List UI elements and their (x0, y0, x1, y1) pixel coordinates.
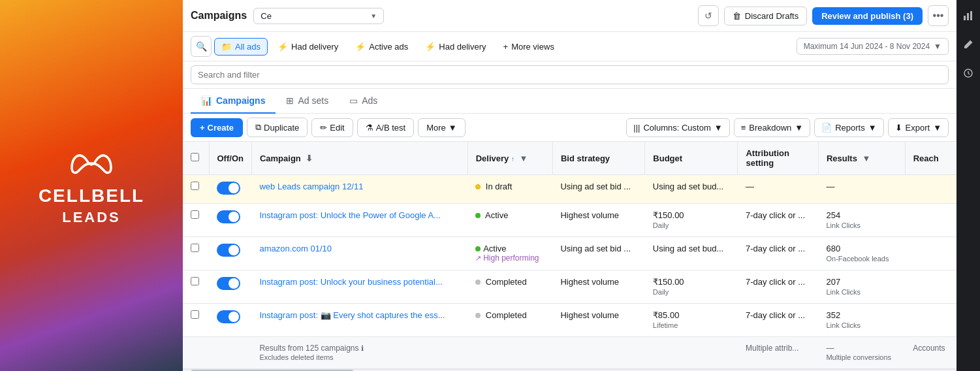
tab-ad-sets[interactable]: ⊞ Ad sets (276, 89, 339, 114)
select-all-checkbox[interactable] (191, 153, 199, 161)
campaign-dropdown[interactable]: Ce ▼ (253, 8, 384, 24)
header-bid-col[interactable]: Bid strategy (552, 142, 644, 175)
columns-icon: ||| (633, 123, 640, 133)
search-bar (183, 61, 956, 89)
toggle-switch-5[interactable] (217, 310, 240, 323)
discard-drafts-label: Discard Drafts (745, 11, 798, 21)
toggle-switch-4[interactable] (217, 277, 240, 290)
header-reach-col[interactable]: Reach (905, 142, 956, 175)
toggle-switch-3[interactable] (217, 244, 240, 257)
search-input[interactable] (191, 65, 949, 84)
toggle-cell-1[interactable] (209, 175, 251, 204)
row-checkbox-3[interactable] (191, 244, 199, 252)
plus-icon: + (503, 42, 509, 52)
bid-cell-2: Highest volume (552, 204, 644, 237)
refresh-button[interactable]: ↺ (698, 5, 719, 26)
nav-tabs: 📊 Campaigns ⊞ Ad sets ▭ Ads (183, 89, 956, 114)
tab-campaigns[interactable]: 📊 Campaigns (191, 89, 276, 114)
toggle-knob-2 (229, 212, 239, 222)
header-campaign-col[interactable]: Campaign ⬇ (251, 142, 467, 175)
campaign-cell-5: Instagram post: 📷 Every shot captures th… (251, 304, 467, 337)
svg-rect-0 (964, 16, 966, 20)
toggle-switch-1[interactable] (217, 182, 240, 195)
chevron-breakdown-icon: ▼ (795, 123, 803, 133)
breakdown-label: Breakdown (749, 123, 791, 133)
campaign-link-3[interactable]: amazon.com 01/10 (259, 244, 332, 253)
ab-test-label: A/B test (376, 123, 406, 133)
search-button[interactable]: 🔍 (191, 36, 212, 57)
campaign-link-4[interactable]: Instagram post: Unlock your business pot… (259, 277, 442, 287)
topbar: Campaigns Ce ▼ ↺ 🗑 Discard Drafts Review… (183, 0, 956, 32)
history-icon[interactable] (960, 65, 976, 84)
delivery-status-3: Active (483, 244, 506, 253)
toggle-switch-2[interactable] (217, 210, 240, 223)
create-button[interactable]: + Create (191, 118, 243, 137)
checkbox-cell-3[interactable] (183, 237, 209, 270)
export-button[interactable]: ⬇ Export ▼ (888, 118, 949, 137)
checkbox-cell-1[interactable] (183, 175, 209, 204)
columns-button[interactable]: ||| Columns: Custom ▼ (626, 118, 729, 137)
tab-active-ads[interactable]: ⚡ Active ads (348, 38, 415, 56)
budget-cell-1: Using ad set bud... (645, 175, 738, 204)
budget-sub-4: Daily (653, 288, 669, 296)
checkbox-cell-5[interactable] (183, 304, 209, 337)
reach-cell-2 (905, 204, 956, 237)
review-publish-button[interactable]: Review and publish (3) (812, 7, 923, 25)
delivery-status-2: Active (485, 210, 508, 220)
header-budget-col[interactable]: Budget (645, 142, 738, 175)
campaigns-icon: 📊 (201, 95, 212, 106)
results-sub-2: Link Clicks (826, 221, 861, 229)
row-checkbox-4[interactable] (191, 277, 199, 285)
tab-all-ads[interactable]: 📁 All ads (214, 38, 268, 56)
reports-button[interactable]: 📄 Reports ▼ (814, 118, 883, 137)
tab-more-views[interactable]: + More views (496, 38, 561, 56)
toggle-cell-3[interactable] (209, 237, 251, 270)
header-results-label: Results (827, 153, 857, 163)
edit-pen-icon[interactable] (960, 37, 976, 55)
chevron-down-date-icon: ▼ (934, 42, 941, 51)
more-options-button[interactable]: ••• (928, 5, 949, 26)
campaign-link-5[interactable]: Instagram post: 📷 Every shot captures th… (259, 310, 445, 320)
toggle-knob-3 (229, 245, 239, 255)
table-row: web Leads campaign 12/11 In draft Using … (183, 175, 956, 204)
toggle-cell-4[interactable] (209, 270, 251, 304)
row-checkbox-1[interactable] (191, 182, 199, 190)
footer-budget (645, 337, 738, 369)
tab-had-delivery-2[interactable]: ⚡ Had delivery (418, 38, 493, 56)
tab-had-delivery-1-label: Had delivery (291, 42, 338, 52)
row-checkbox-5[interactable] (191, 310, 199, 319)
chart-bar-icon[interactable] (960, 8, 976, 26)
header-checkbox-col[interactable] (183, 142, 209, 175)
row-checkbox-2[interactable] (191, 210, 199, 219)
checkbox-cell-4[interactable] (183, 270, 209, 304)
campaign-link-1[interactable]: web Leads campaign 12/11 (259, 182, 363, 191)
duplicate-button[interactable]: ⧉ Duplicate (247, 118, 308, 137)
table-header-row: Off/On Campaign ⬇ Delivery ↑ ▼ Bid strat… (183, 142, 956, 175)
ab-test-button[interactable]: ⚗ A/B test (357, 118, 415, 137)
attribution-cell-1: — (738, 175, 818, 204)
main-panel: Campaigns Ce ▼ ↺ 🗑 Discard Drafts Review… (183, 0, 956, 371)
header-attribution-col[interactable]: Attribution setting (738, 142, 818, 175)
budget-cell-3: Using ad set bud... (645, 237, 738, 270)
bid-cell-4: Highest volume (552, 270, 644, 304)
more-button[interactable]: More ▼ (418, 118, 466, 137)
breakdown-button[interactable]: ≡ Breakdown ▼ (734, 118, 811, 137)
plus-create-icon: + (200, 123, 205, 133)
high-performing-badge: High performing (475, 253, 545, 263)
info-icon[interactable]: ℹ (361, 344, 364, 352)
header-delivery-col[interactable]: Delivery ↑ ▼ (467, 142, 552, 175)
toggle-cell-5[interactable] (209, 304, 251, 337)
tab-had-delivery-1[interactable]: ⚡ Had delivery (270, 38, 345, 56)
status-dot-completed-4 (475, 280, 481, 285)
date-range-picker[interactable]: Maximum 14 Jun 2024 - 8 Nov 2024 ▼ (797, 38, 949, 55)
edit-button[interactable]: ✏ Edit (311, 118, 353, 137)
toggle-cell-2[interactable] (209, 204, 251, 237)
checkbox-cell-2[interactable] (183, 204, 209, 237)
campaign-link-2[interactable]: Instagram post: Unlock the Power of Goog… (259, 210, 440, 220)
discard-drafts-button[interactable]: 🗑 Discard Drafts (724, 7, 807, 25)
chevron-down-icon: ▼ (370, 12, 377, 20)
delivery-cell-4: Completed (467, 270, 552, 304)
header-results-col[interactable]: Results ▼ (818, 142, 905, 175)
header-reach-label: Reach (913, 153, 939, 163)
tab-ads[interactable]: ▭ Ads (339, 89, 388, 114)
